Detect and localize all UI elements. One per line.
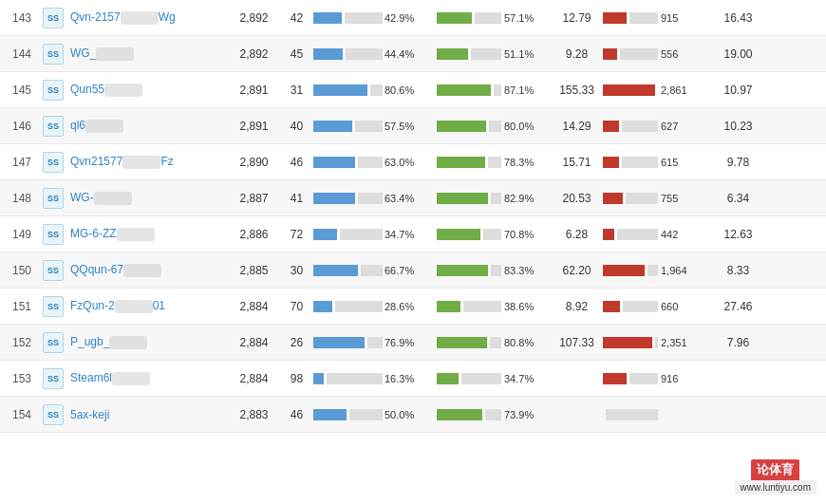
table-row: 152 SS P_ugb_ 2,884 26 76.9% 80.8% 107.3… [0, 325, 826, 361]
win-rate-group: 80.0% [437, 121, 551, 132]
win-bar-fill [437, 409, 482, 420]
last-value: 19.00 [717, 47, 760, 61]
win-pct-text: 78.3% [504, 157, 534, 168]
iss-value: 442 [661, 229, 678, 240]
hit-pct-text: 63.4% [385, 193, 414, 204]
ss-badge: SS [43, 296, 64, 317]
win-bar-wrap [437, 229, 501, 240]
hit-bar-fill [313, 229, 337, 240]
player-name[interactable]: Qvn21577Fz [66, 155, 228, 169]
iss-bar-wrap [603, 48, 658, 60]
hit-rate-group: 76.9% [313, 337, 437, 348]
player-icon: SS [40, 332, 66, 353]
player-name[interactable]: P_ugb_ [66, 335, 228, 349]
hit-bar-wrap [313, 121, 383, 132]
hit-pct-text: 42.9% [385, 12, 414, 24]
leaderboard-table: 143 SS Qvn-2157Wg 2,892 42 42.9% 57.1% 1… [0, 0, 826, 433]
win-rate-group: 38.6% [437, 301, 551, 312]
win-bar-bg [485, 409, 501, 420]
iss-value: 627 [661, 121, 678, 132]
player-name[interactable]: Qun55 [66, 83, 228, 97]
table-row: 150 SS QQqun-67 2,885 30 66.7% 83.3% 62.… [0, 252, 826, 289]
iss-group: 442 [603, 229, 717, 240]
win-bar-bg [463, 301, 501, 312]
win-bar-bg [471, 48, 501, 60]
kda-value: 8.92 [551, 300, 603, 313]
player-name-text: Steam6l [70, 371, 112, 384]
win-pct-text: 83.3% [504, 265, 534, 276]
hit-rate-group: 80.6% [313, 84, 437, 96]
win-bar-fill [437, 121, 486, 132]
iss-bar-fill [603, 229, 614, 240]
ss-badge: SS [43, 80, 64, 101]
table-row: 147 SS Qvn21577Fz 2,890 46 63.0% 78.3% 1… [0, 144, 826, 180]
player-name[interactable]: ql6 [66, 119, 228, 133]
iss-group: 916 [603, 373, 717, 384]
player-name[interactable]: Qvn-2157Wg [66, 10, 228, 25]
player-icon: SS [40, 152, 66, 173]
player-icon: SS [40, 8, 66, 28]
hit-bar-bg [327, 373, 383, 384]
hit-rate-group: 63.0% [313, 157, 437, 168]
kda-value: 62.20 [551, 264, 603, 277]
player-name[interactable]: 5ax-keji [66, 408, 228, 421]
win-rate-group: 70.8% [437, 229, 551, 240]
last-value: 7.96 [717, 336, 760, 349]
iss-group: 660 [603, 301, 717, 312]
iss-bar-bg [648, 265, 658, 276]
kda-value: 9.28 [551, 47, 603, 61]
win-bar-wrap [437, 337, 501, 348]
kda-value: 15.71 [551, 156, 603, 169]
hit-rate-group: 44.4% [313, 48, 437, 60]
iss-value: 660 [661, 301, 678, 312]
hit-bar-wrap [313, 265, 383, 276]
iss-bar-fill [603, 337, 652, 348]
player-name[interactable]: FzQun-201 [66, 299, 228, 313]
iss-bar-fill [603, 12, 627, 24]
player-games: 46 [280, 408, 313, 421]
hit-pct-text: 28.6% [385, 301, 414, 312]
win-bar-fill [437, 48, 468, 60]
hit-rate-group: 16.3% [313, 373, 437, 384]
player-name[interactable]: Steam6l [66, 371, 228, 385]
player-games: 26 [280, 336, 313, 349]
iss-bar-fill [603, 157, 619, 168]
rank-number: 144 [4, 47, 40, 61]
iss-value: 615 [661, 157, 678, 168]
hit-rate-group: 42.9% [313, 12, 437, 24]
ss-badge: SS [43, 152, 64, 173]
win-bar-wrap [437, 12, 501, 24]
kda-value: 14.29 [551, 120, 603, 133]
iss-value: 2,351 [661, 337, 687, 348]
rank-number: 152 [4, 336, 40, 349]
win-pct-text: 73.9% [504, 409, 534, 420]
win-bar-fill [437, 265, 488, 276]
kda-value: 6.28 [551, 228, 603, 241]
kda-value: 20.53 [551, 192, 603, 205]
win-rate-group: 83.3% [437, 265, 551, 276]
hit-bar-wrap [313, 409, 383, 420]
player-name[interactable]: MG-6-ZZ [66, 227, 228, 241]
ss-badge: SS [43, 260, 64, 281]
win-rate-group: 87.1% [437, 84, 551, 96]
iss-bar-fill [603, 193, 623, 204]
player-icon: SS [40, 44, 66, 65]
player-score: 2,885 [228, 264, 280, 277]
iss-bar-bg [629, 373, 658, 384]
iss-value: 2,861 [661, 84, 687, 96]
last-value: 10.23 [717, 120, 760, 133]
iss-bar-bg [622, 121, 658, 132]
table-row: 151 SS FzQun-201 2,884 70 28.6% 38.6% 8.… [0, 289, 826, 325]
player-icon: SS [40, 224, 66, 245]
iss-value: 755 [661, 193, 678, 204]
win-bar-wrap [437, 409, 501, 420]
player-name[interactable]: WG- [66, 191, 228, 205]
player-name-text: P_ugb_ [70, 335, 109, 348]
table-row: 145 SS Qun55 2,891 31 80.6% 87.1% 155.33… [0, 72, 826, 108]
hit-bar-bg [358, 157, 383, 168]
player-games: 72 [280, 228, 313, 241]
player-name[interactable]: QQqun-67 [66, 263, 228, 277]
rank-number: 153 [4, 372, 40, 385]
player-name[interactable]: WG_ [66, 47, 228, 61]
rank-number: 150 [4, 264, 40, 277]
